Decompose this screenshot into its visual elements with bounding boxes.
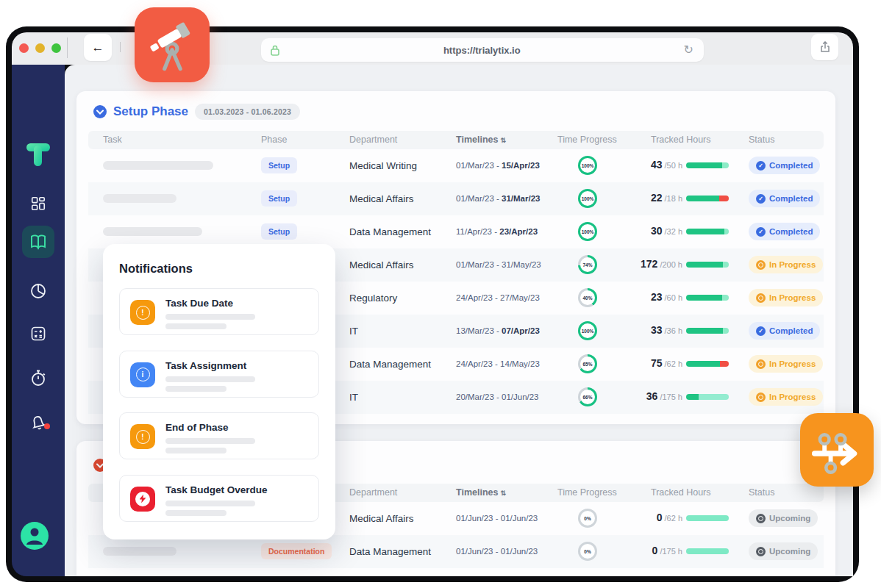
task-placeholder	[103, 547, 176, 556]
status-icon	[756, 161, 766, 171]
sidebar-item-reports[interactable]	[12, 282, 65, 300]
time-progress-ring: 100%	[578, 189, 597, 208]
col-timelines[interactable]: Timelines⇅	[456, 487, 506, 498]
time-progress-ring: 100%	[578, 156, 597, 175]
phase-badge: Setup	[261, 157, 297, 173]
notification-item[interactable]: ! Task Due Date	[119, 288, 319, 335]
tracked-hours-cell: 36/175 h	[596, 390, 682, 402]
reload-icon[interactable]: ↻	[684, 44, 693, 56]
col-department: Department	[349, 135, 397, 145]
tracked-hours-cell: 23/60 h	[596, 291, 682, 303]
sidebar-item-calculator[interactable]	[12, 325, 65, 343]
status-icon	[756, 293, 766, 303]
notification-type-icon: !	[130, 300, 155, 325]
share-button[interactable]	[811, 34, 838, 60]
hours-progress-bar	[686, 361, 729, 367]
table-row[interactable]: Setup Medical Affairs 01/Mar/23 - 31/Mar…	[88, 182, 824, 215]
text-placeholder	[165, 510, 227, 516]
task-placeholder	[103, 194, 176, 203]
tracked-hours-cell: 22/18 h	[596, 192, 682, 204]
tracked-hours-cell: 75/62 h	[596, 357, 682, 369]
zoom-window-button[interactable]	[51, 43, 61, 53]
notifications-title: Notifications	[119, 262, 193, 276]
col-task: Task	[103, 135, 122, 145]
divider	[120, 42, 121, 52]
department-cell: Medical Affairs	[349, 259, 414, 270]
phase-badge: Setup	[261, 223, 297, 240]
divider	[67, 37, 68, 58]
user-avatar[interactable]	[21, 522, 49, 550]
department-cell: Data Management	[349, 226, 431, 237]
notification-title: End of Phase	[165, 422, 229, 433]
hours-progress-bar	[686, 295, 729, 301]
address-bar[interactable]: https://trialytix.io ↻	[261, 38, 704, 62]
bell-icon	[29, 413, 48, 432]
status-icon	[756, 392, 766, 402]
text-placeholder	[165, 376, 255, 382]
timeline-cell: 01/Mar/23 - 31/May/23	[456, 260, 541, 269]
department-cell: Medical Writing	[349, 160, 417, 171]
notification-item[interactable]: Task Budget Overdue	[119, 475, 319, 522]
text-placeholder	[165, 438, 255, 444]
timeline-cell: 01/Jun/23 - 01/Jun/23	[456, 514, 538, 523]
col-status: Status	[749, 487, 774, 498]
hours-progress-bar	[686, 515, 729, 521]
chevron-down-icon[interactable]	[93, 105, 107, 118]
task-placeholder	[103, 161, 213, 170]
book-icon	[29, 234, 47, 250]
time-progress-ring: 66%	[578, 387, 597, 406]
status-icon	[756, 547, 766, 556]
sidebar-item-notifications[interactable]	[12, 413, 65, 432]
status-icon	[756, 260, 766, 270]
back-arrow-icon: ←	[92, 40, 104, 55]
tracked-hours-cell: 172/200 h	[596, 258, 682, 270]
sidebar-item-timer[interactable]	[12, 369, 65, 387]
time-progress-ring: 0%	[578, 509, 597, 528]
col-phase: Phase	[261, 135, 287, 145]
table-row[interactable]: Setup Medical Writing 01/Mar/23 - 15/Apr…	[88, 149, 824, 182]
time-progress-ring: 74%	[578, 255, 597, 274]
notification-item[interactable]: ! End of Phase	[119, 412, 319, 459]
table-row[interactable]: Documentation Data Management 01/Jun/23 …	[88, 535, 824, 568]
close-window-button[interactable]	[19, 43, 29, 53]
department-cell: Regulatory	[349, 293, 397, 304]
back-button[interactable]: ←	[84, 34, 112, 61]
status-badge: In Progress	[749, 289, 823, 306]
department-cell: Medical Affairs	[349, 193, 414, 204]
notification-title: Task Budget Overdue	[165, 484, 268, 495]
col-department: Department	[349, 487, 397, 498]
notification-title: Task Due Date	[165, 298, 233, 309]
sort-icon[interactable]: ⇅	[500, 137, 506, 144]
task-placeholder	[103, 227, 202, 236]
table-header: Task Phase Department Timelines⇅ Time Pr…	[88, 131, 824, 149]
col-time-progress: Time Progress	[557, 135, 617, 145]
status-badge: Upcoming	[749, 509, 818, 527]
col-timelines[interactable]: Timelines⇅	[456, 135, 506, 145]
time-progress-ring: 40%	[578, 288, 597, 307]
status-badge: Completed	[749, 322, 820, 340]
sidebar-item-studies-active[interactable]	[22, 226, 54, 258]
status-badge: In Progress	[749, 256, 823, 273]
department-cell: IT	[349, 392, 358, 403]
stopwatch-icon	[29, 369, 47, 387]
person-icon	[21, 522, 49, 550]
status-icon	[756, 359, 766, 369]
status-badge: Completed	[749, 223, 820, 240]
sidebar-item-dashboard[interactable]	[12, 196, 65, 212]
hours-progress-bar	[686, 229, 729, 234]
hours-progress-bar	[686, 262, 729, 268]
department-cell: Data Management	[349, 359, 431, 370]
sort-icon[interactable]: ⇅	[500, 490, 506, 497]
col-status: Status	[749, 135, 774, 145]
col-time-progress: Time Progress	[557, 487, 617, 498]
timeline-cell: 01/Mar/23 - 15/Apr/23	[456, 161, 540, 170]
notification-item[interactable]: i Task Assignment	[119, 351, 319, 398]
status-badge: In Progress	[749, 355, 823, 373]
text-placeholder	[165, 501, 255, 506]
status-badge: Completed	[749, 157, 820, 174]
text-placeholder	[165, 386, 227, 392]
phase-badge: Setup	[261, 190, 297, 207]
phase-header[interactable]: Setup Phase 01.03.2023 - 01.06.2023	[93, 104, 300, 120]
minimize-window-button[interactable]	[35, 43, 45, 53]
telescope-app-icon	[135, 7, 210, 82]
